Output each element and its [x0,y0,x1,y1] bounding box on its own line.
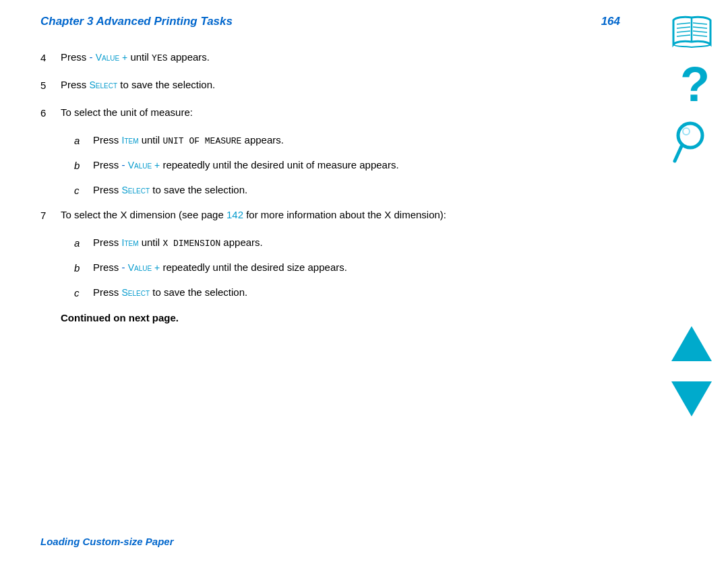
item-keyword-6a: Item [122,135,139,146]
question-icon[interactable]: ? [667,62,716,111]
svg-point-9 [678,123,702,148]
select-keyword-6c: Select [122,185,150,195]
select-keyword-5: Select [90,80,118,90]
step-letter-6b: b [74,156,93,175]
chapter-title: Chapter 3 Advanced Printing Tasks [40,15,233,28]
step-num-7: 7 [40,206,61,224]
yes-mono: YES [152,53,167,63]
step-7b: b Press - Value + repeatedly until the d… [74,259,607,277]
step-text-6c: Press Select to save the selection. [93,181,607,199]
step-letter-6c: c [74,181,93,199]
value-keyword-7b: Value + [128,262,160,273]
xdim-mono: X DIMENSION [162,239,220,249]
step-7: 7 To select the X dimension (see page 14… [40,206,607,224]
step-letter-7a: a [74,234,93,252]
step-5: 5 Press Select to save the selection. [40,76,607,94]
page-link-142[interactable]: 142 [226,209,243,220]
svg-line-1 [677,27,690,28]
dash-value-7b: - [122,261,128,273]
search-icon[interactable] [667,117,716,171]
svg-line-3 [677,35,690,36]
page-number: 164 [601,15,620,28]
step-num-4: 4 [40,49,61,67]
page-footer: Loading Custom-size Paper [40,536,174,547]
step-letter-7c: c [74,284,93,302]
svg-line-5 [693,27,707,28]
step-text-7: To select the X dimension (see page 142 … [61,206,607,224]
step-letter-7b: b [74,259,93,277]
svg-line-10 [675,146,681,161]
step-text-7c: Press Select to save the selection. [93,284,607,301]
triangle-down-icon[interactable] [667,375,716,423]
step-text-6b: Press - Value + repeatedly until the des… [93,156,607,174]
step-6b: b Press - Value + repeatedly until the d… [74,156,607,175]
step-7a: a Press Item until X DIMENSION appears. [74,234,607,252]
page-container: Chapter 3 Advanced Printing Tasks 164 4 … [0,0,728,562]
step-text-4: Press - Value + until YES appears. [61,49,607,66]
step-4: 4 Press - Value + until YES appears. [40,49,607,67]
sidebar-icons: ? [667,7,716,423]
svg-line-0 [677,23,690,24]
svg-point-11 [683,128,690,135]
svg-marker-13 [671,381,712,416]
step-7c: c Press Select to save the selection. [74,284,607,302]
step-letter-6a: a [74,131,93,150]
unit-mono: UNIT OF MEASURE [162,136,241,146]
step-num-6: 6 [40,104,61,122]
item-keyword-7a: Item [122,237,139,248]
select-keyword-7c: Select [122,287,150,298]
dash-value-4: - [90,51,96,63]
dash-value-6b: - [122,159,128,170]
svg-text:?: ? [680,62,708,111]
step-text-5: Press Select to save the selection. [61,76,607,94]
page-header: Chapter 3 Advanced Printing Tasks 164 [0,0,728,35]
svg-marker-12 [671,326,712,361]
value-keyword-6b: Value + [128,160,160,170]
svg-line-6 [693,31,707,32]
book-icon[interactable] [667,7,716,55]
step-6: 6 To select the unit of measure: [40,104,607,122]
step-6c: c Press Select to save the selection. [74,181,607,199]
main-content: 4 Press - Value + until YES appears. 5 P… [0,35,728,340]
step-text-6: To select the unit of measure: [61,104,607,121]
step-text-7b: Press - Value + repeatedly until the des… [93,259,607,276]
triangle-up-icon[interactable] [667,319,716,368]
step-text-6a: Press Item until UNIT OF MEASURE appears… [93,131,607,149]
svg-line-2 [677,31,690,32]
step-6a: a Press Item until UNIT OF MEASURE appea… [74,131,607,150]
svg-line-4 [693,23,707,24]
step-num-5: 5 [40,76,61,94]
step-text-7a: Press Item until X DIMENSION appears. [93,234,607,251]
value-keyword-4: Value + [96,52,128,63]
continued-text: Continued on next page. [61,309,607,327]
svg-line-7 [693,35,707,36]
